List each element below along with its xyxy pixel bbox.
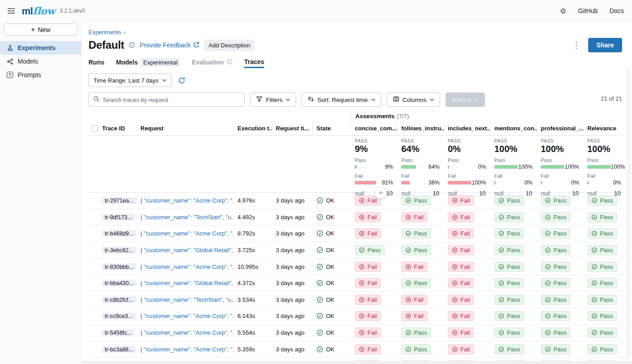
sort-button[interactable]: Sort: Request time	[302, 92, 381, 107]
request-link[interactable]: { "customer_name": "Acme Corp", "...	[137, 329, 234, 336]
new-button[interactable]: + New	[4, 23, 78, 36]
column-header-5[interactable]: concise_com...	[351, 121, 398, 135]
select-all-checkbox[interactable]	[92, 125, 98, 132]
column-header-6[interactable]: follows_instru...	[398, 121, 444, 135]
summary-pass-headline: 9%	[355, 144, 393, 154]
badge-label: Fail	[367, 296, 377, 303]
check-circle-icon	[405, 230, 411, 236]
sidebar-item-prompts[interactable]: T Prompts	[0, 68, 81, 82]
table-row[interactable]: tr-3ebc62...{ "customer_name": "Global R…	[88, 242, 626, 259]
table-row[interactable]: tr-5456fc...{ "customer_name": "Acme Cor…	[88, 325, 626, 341]
tab-models[interactable]: Models Experimental	[116, 56, 180, 68]
table-row[interactable]: tr-c8b2fcf...{ "customer_name": "TechSta…	[88, 292, 626, 309]
column-header-0[interactable]: Trace ID	[98, 121, 137, 135]
badge-label: Pass	[507, 214, 520, 221]
request-link[interactable]: { "customer_name": "TechStart", "u...	[137, 214, 234, 221]
ok-check-icon	[316, 280, 323, 286]
column-header-3[interactable]: Request ti...	[272, 121, 313, 135]
add-description-button[interactable]: Add Description	[204, 40, 255, 51]
column-header-1[interactable]: Request	[137, 121, 234, 135]
trace-id-cell: tr-bc3a88...	[98, 346, 137, 353]
sidebar-item-models[interactable]: Models	[0, 55, 81, 68]
check-circle-icon	[545, 330, 551, 336]
assessment-cell-4: Pass	[537, 262, 584, 272]
table-row[interactable]: tr-bba430...{ "customer_name": "Global R…	[88, 275, 626, 292]
assessment-badge-pass: Pass	[494, 212, 524, 222]
trace-id-pill[interactable]: tr-bc3a88...	[102, 346, 136, 353]
trace-id-pill[interactable]: tr-5456fc...	[102, 329, 135, 336]
assessment-badge-pass: Pass	[401, 278, 431, 288]
badge-label: Pass	[600, 329, 613, 336]
table-row[interactable]: tr-830bbb...{ "customer_name": "Acme Cor…	[88, 258, 626, 275]
column-header-4[interactable]: State	[313, 121, 351, 135]
trace-id-pill[interactable]: tr-2971ea...	[102, 197, 136, 204]
assessment-cell-0: Fail	[351, 228, 398, 239]
table-row[interactable]: tr-b468d9...{ "customer_name": "Acme Cor…	[88, 226, 626, 242]
assessment-badge-pass: Pass	[587, 311, 617, 321]
refresh-icon[interactable]	[178, 77, 186, 84]
execution-time-cell: 10.995s	[234, 263, 272, 270]
docs-link[interactable]: Docs	[609, 7, 624, 14]
assessment-cell-1: Fail	[398, 212, 444, 222]
column-header-7[interactable]: includes_next...	[444, 121, 491, 135]
time-range-dropdown[interactable]: Time Range: Last 7 days	[88, 74, 172, 87]
table-row[interactable]: tr-cc9ce3...{ "customer_name": "Acme Cor…	[88, 308, 626, 325]
assessment-cell-2: Fail	[444, 327, 491, 338]
new-button-label: New	[38, 26, 51, 33]
trace-id-pill[interactable]: tr-3ebc62...	[102, 247, 136, 253]
breadcrumb-experiments-link[interactable]: Experiments	[88, 29, 121, 36]
check-circle-icon	[545, 264, 551, 270]
sidebar-item-experiments[interactable]: Experiments	[0, 41, 81, 55]
trace-id-pill[interactable]: tr-c8b2fcf...	[102, 296, 136, 303]
badge-label: Fail	[414, 263, 423, 270]
tab-traces[interactable]: Traces	[244, 56, 264, 68]
request-link[interactable]: { "customer_name": "Acme Corp", "...	[137, 230, 234, 237]
hamburger-menu-icon[interactable]	[5, 5, 17, 17]
share-button[interactable]: Share	[588, 38, 622, 52]
trace-id-pill[interactable]: tr-b468d9...	[102, 230, 136, 237]
tab-evaluation[interactable]: Evaluation	[192, 56, 232, 68]
info-icon[interactable]	[129, 42, 135, 48]
mlflow-logo[interactable]: mlflow	[22, 5, 55, 17]
vertical-scrollbar[interactable]	[626, 68, 631, 359]
request-time-cell: 3 days ago	[272, 329, 313, 336]
github-link[interactable]: GitHub	[578, 7, 598, 14]
check-circle-icon	[405, 247, 411, 253]
horizontal-scrollbar[interactable]	[81, 361, 632, 364]
provide-feedback-link[interactable]: Provide Feedback	[139, 41, 200, 49]
request-link[interactable]: { "customer_name": "TechStart", "u...	[137, 296, 234, 303]
models-graph-icon	[6, 58, 14, 65]
trace-id-cell: tr-830bbb...	[98, 263, 137, 270]
table-row[interactable]: tr-bc3a88...{ "customer_name": "Acme Cor…	[88, 341, 626, 358]
column-header-10[interactable]: Relevance	[584, 121, 626, 135]
assessment-badge-pass: Pass	[494, 311, 524, 321]
assessment-badge-fail: Fail	[448, 344, 474, 355]
column-header-2[interactable]: Execution t...	[234, 121, 272, 135]
request-link[interactable]: { "customer_name": "Global Retail", ...	[137, 280, 234, 286]
check-circle-icon	[591, 264, 597, 270]
trace-id-pill[interactable]: tr-9df173...	[102, 214, 135, 221]
tab-evaluation-label: Evaluation	[192, 59, 224, 66]
column-header-9[interactable]: professional_...	[537, 121, 584, 135]
badge-label: Fail	[460, 313, 470, 319]
trace-id-pill[interactable]: tr-830bbb...	[102, 263, 136, 270]
filters-button[interactable]: Filters	[250, 92, 296, 107]
request-link[interactable]: { "customer_name": "Acme Corp", "...	[137, 313, 234, 319]
request-link[interactable]: { "customer_name": "Acme Corp", "...	[137, 346, 234, 353]
column-header-8[interactable]: mentions_con...	[491, 121, 537, 135]
collapse-summary-button[interactable]	[375, 187, 386, 198]
kebab-menu-icon[interactable]: ⋮	[572, 41, 580, 50]
request-link[interactable]: { "customer_name": "Acme Corp", "...	[137, 263, 234, 270]
tab-runs[interactable]: Runs	[88, 56, 104, 68]
trace-id-pill[interactable]: tr-cc9ce3...	[102, 313, 135, 319]
request-link[interactable]: { "customer_name": "Global Retail", ...	[137, 247, 234, 253]
check-circle-icon	[498, 198, 504, 203]
request-link[interactable]: { "customer_name": "Acme Corp", "...	[137, 197, 234, 204]
gear-icon[interactable]: ⚙	[560, 7, 566, 15]
tab-models-label: Models	[116, 59, 138, 66]
state-label: OK	[326, 346, 335, 353]
table-row[interactable]: tr-9df173...{ "customer_name": "TechStar…	[88, 209, 626, 226]
columns-button[interactable]: Columns	[387, 92, 440, 107]
trace-id-pill[interactable]: tr-bba430...	[102, 280, 136, 286]
search-input[interactable]	[103, 97, 240, 103]
